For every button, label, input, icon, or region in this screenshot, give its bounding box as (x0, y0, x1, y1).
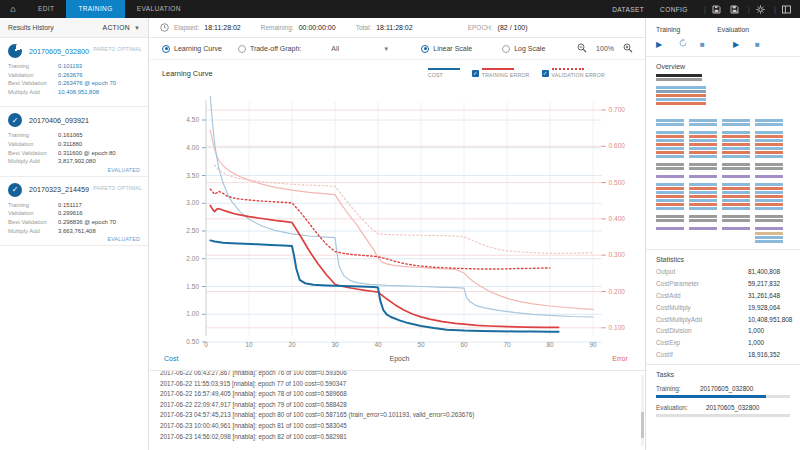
top-menubar: ⌂ EDIT TRAINING EVALUATION DATASET CONFI… (0, 0, 800, 18)
training-resume-icon[interactable] (678, 38, 691, 51)
result-metric-row: Training0.151117 (8, 201, 140, 210)
epoch-label: EPOCH: (468, 24, 493, 31)
save-as-icon[interactable] (730, 5, 739, 14)
result-metric-row: Best Validation0.263476 @ epoch 70 (8, 79, 140, 88)
checkbox-checked-icon[interactable] (542, 70, 549, 77)
legend-cost: COST (428, 68, 460, 78)
legend-validation-error: VALIDATION ERROR (542, 68, 605, 78)
statistic-row: CostIf18,916,352 (646, 348, 800, 360)
tab-evaluation[interactable]: EVALUATION (125, 0, 193, 18)
series-cost-previous (210, 97, 593, 317)
training-section-label: Training (656, 26, 680, 33)
tab-training[interactable]: TRAINING (66, 0, 124, 18)
evaluation-progress-track (656, 414, 790, 417)
radio-icon[interactable] (238, 45, 246, 53)
elapsed-value: 18:11:28:02 (204, 24, 240, 31)
result-item-20170605_032800[interactable]: 20170605_032800 PARETO OPTIMAL Training0… (0, 38, 148, 107)
zoom-in-icon[interactable] (623, 43, 633, 54)
svg-text:0.300: 0.300 (609, 251, 626, 258)
zoom-out-icon[interactable] (577, 43, 587, 54)
legend-training-error: TRAINING ERROR (472, 68, 530, 78)
layout-panels-icon[interactable] (782, 5, 791, 14)
radio-selected-icon[interactable] (162, 45, 170, 53)
log-line: 2017-06-23 10:00:40,961 [nnabla]: epoch … (160, 421, 637, 432)
statistic-row: Output81,400,808 (646, 266, 800, 278)
result-item-20170406_093921[interactable]: ✓ 20170406_093921 Training0.161065Valida… (0, 107, 148, 176)
dataset-link[interactable]: DATASET (612, 6, 644, 13)
result-id[interactable]: 20170406_093921 (29, 116, 89, 125)
log-line: 2017-06-23 14:56:02,098 [nnabla]: epoch … (160, 432, 637, 443)
svg-text:70: 70 (503, 341, 511, 348)
result-id[interactable]: 20170323_214459 (29, 185, 89, 194)
settings-gear-icon[interactable] (756, 5, 765, 14)
evaluation-stop-button[interactable]: ■ (755, 40, 768, 50)
overview-label: Overview (646, 57, 800, 73)
linear-scale-radio[interactable]: Linear Scale (421, 45, 472, 53)
statistic-row: CostMultiply19,928,064 (646, 301, 800, 313)
svg-text:0.200: 0.200 (609, 288, 626, 295)
result-id[interactable]: 20170605_032800 (29, 47, 89, 56)
check-circle-icon: ✓ (8, 183, 22, 197)
series-validation-error-previous (215, 165, 593, 253)
statistics-label: Statistics (646, 250, 800, 266)
task-training-label: Training: (656, 385, 700, 392)
statistics-table: Output81,400,808 CostParameter59,217,832… (646, 266, 800, 360)
action-dropdown[interactable]: ACTION (103, 24, 130, 31)
svg-text:0.600: 0.600 (609, 142, 626, 149)
result-item-20170323_214459[interactable]: ✓ 20170323_214459 PARETO OPTIMAL Trainin… (0, 177, 148, 246)
svg-text:90: 90 (589, 341, 597, 348)
task-training-id[interactable]: 20170605_032800 (700, 385, 753, 392)
svg-text:50: 50 (417, 341, 425, 348)
chevron-down-icon[interactable]: ▼ (134, 25, 140, 31)
svg-text:30: 30 (331, 341, 339, 348)
log-lines: 2017-06-22 06:43:27,867 [nnabla]: epoch … (160, 370, 637, 442)
overview-diagram[interactable] (654, 73, 800, 249)
svg-text:3.00: 3.00 (186, 199, 199, 206)
training-run-button[interactable]: ▶ (656, 40, 669, 50)
svg-text:80: 80 (546, 341, 554, 348)
evaluation-run-button[interactable]: ▶ (733, 40, 746, 50)
result-metric-row: Training0.161065 (8, 131, 140, 140)
svg-text:0.500: 0.500 (609, 179, 626, 186)
radio-icon[interactable] (502, 45, 510, 53)
log-scale-radio[interactable]: Log Scale (502, 45, 545, 53)
tradeoff-graph-radio[interactable]: Trade-off Graph: (238, 45, 301, 53)
training-progressbar (656, 395, 766, 398)
training-stop-button[interactable]: ■ (700, 40, 713, 50)
result-metric-row: Validation0.263676 (8, 71, 140, 80)
training-statusbar: Elapsed: 18:11:28:02 Remaining: 00:00:00… (150, 18, 645, 38)
log-scrollbar[interactable] (641, 375, 644, 446)
task-evaluation-id[interactable]: 20170605_032800 (706, 404, 759, 411)
pareto-optimal-badge: PARETO OPTIMAL (93, 46, 142, 52)
evaluation-section-label: Evaluation (717, 26, 749, 33)
divider: | (704, 5, 706, 14)
result-metric-row: Multiply Add10,408,951,808 (8, 88, 140, 97)
tab-edit[interactable]: EDIT (26, 0, 66, 18)
home-icon[interactable]: ⌂ (0, 0, 26, 18)
remaining-value: 00:00:00:00 (299, 24, 336, 31)
results-list: 20170605_032800 PARETO OPTIMAL Training0… (0, 38, 148, 246)
svg-text:3.50: 3.50 (186, 172, 199, 179)
statistic-row: CostParameter59,217,832 (646, 278, 800, 290)
statistic-row: CostDivision1,000 (646, 325, 800, 337)
evaluated-badge: EVALUATED (107, 236, 140, 242)
checkbox-checked-icon[interactable] (472, 70, 479, 77)
save-icon[interactable] (712, 5, 721, 14)
svg-text:0.700: 0.700 (609, 106, 626, 113)
tradeoff-filter-dropdown[interactable]: All ▼ (331, 45, 389, 52)
check-circle-icon: ✓ (8, 113, 22, 127)
result-metric-row: Best Validation0.298836 @ epoch 70 (8, 218, 140, 227)
svg-text:Epoch: Epoch (390, 355, 410, 363)
learning-curve-radio[interactable]: Learning Curve (162, 45, 222, 53)
chevron-down-icon[interactable]: ▼ (383, 46, 389, 52)
tasks-label: Tasks (646, 365, 800, 381)
svg-text:4.50: 4.50 (186, 116, 199, 123)
config-link[interactable]: CONFIG (660, 6, 688, 13)
evaluated-badge: EVALUATED (107, 167, 140, 173)
svg-text:Cost: Cost (164, 355, 178, 362)
statistic-row: CostAdd31,261,648 (646, 290, 800, 302)
radio-selected-icon[interactable] (421, 45, 429, 53)
log-scrollbar-thumb[interactable] (641, 412, 644, 438)
svg-text:4.00: 4.00 (186, 144, 199, 151)
log-line: 2017-06-22 16:57:49,405 [nnabla]: epoch … (160, 389, 637, 400)
